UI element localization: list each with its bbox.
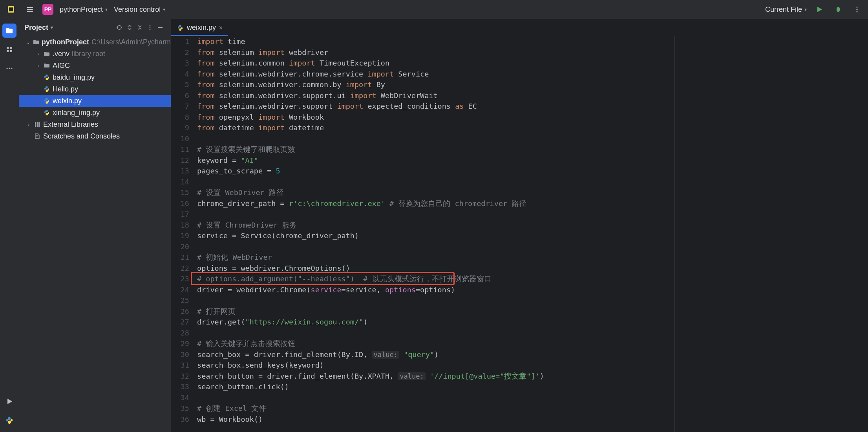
gutter-line-number[interactable]: 29 (171, 338, 189, 349)
gutter-line-number[interactable]: 31 (171, 360, 189, 371)
gutter-line-number[interactable]: 33 (171, 381, 189, 392)
gutter-line-number[interactable]: 7 (171, 101, 189, 112)
code-line[interactable]: search_box.send_keys(keyword) (196, 360, 868, 371)
debug-button[interactable] (832, 3, 844, 16)
chevron-down-icon[interactable]: ⌄ (26, 39, 31, 45)
gutter-line-number[interactable]: 26 (171, 306, 189, 317)
tree-row[interactable]: Hello.py (19, 83, 171, 95)
gutter-line-number[interactable]: 21 (171, 252, 189, 263)
editor-code[interactable]: import timefrom selenium import webdrive… (196, 36, 868, 432)
gutter-line-number[interactable]: 14 (171, 177, 189, 188)
code-line[interactable]: service = Service(chrome_driver_path) (196, 230, 868, 241)
code-line[interactable]: from selenium.common import TimeoutExcep… (196, 58, 868, 69)
code-line[interactable] (196, 328, 868, 339)
code-line[interactable]: search_box = driver.find_element(By.ID, … (196, 349, 868, 360)
expand-all-icon[interactable] (124, 22, 135, 33)
gutter-line-number[interactable]: 22 (171, 263, 189, 274)
gutter-line-number[interactable]: 30 (171, 349, 189, 360)
code-line[interactable]: from datetime import datetime (196, 122, 868, 133)
gutter-line-number[interactable]: 18 (171, 220, 189, 231)
code-line[interactable]: pages_to_scrape = 5 (196, 166, 868, 177)
structure-tool-button[interactable] (2, 42, 16, 57)
settings-icon[interactable] (145, 22, 155, 33)
gutter-line-number[interactable]: 24 (171, 284, 189, 295)
tree-row[interactable]: ›AIGC (19, 60, 171, 71)
gutter-line-number[interactable]: 35 (171, 403, 189, 414)
tree-row[interactable]: xinlang_img.py (19, 107, 171, 118)
code-line[interactable]: chrome_driver_path = r'c:\chromedriver.e… (196, 198, 868, 209)
gutter-line-number[interactable]: 9 (171, 122, 189, 133)
hide-icon[interactable] (155, 22, 165, 33)
gutter-line-number[interactable]: 12 (171, 155, 189, 166)
gutter-line-number[interactable]: 15 (171, 187, 189, 198)
gutter-line-number[interactable]: 20 (171, 241, 189, 252)
gutter-line-number[interactable]: 23 (171, 273, 189, 284)
editor-tab[interactable]: weixin.py × (171, 20, 228, 36)
code-line[interactable] (196, 295, 868, 306)
code-line[interactable]: from selenium.webdriver.common.by import… (196, 79, 868, 90)
run-tool-button[interactable] (2, 394, 16, 408)
code-line[interactable]: wb = Workbook() (196, 414, 868, 425)
gutter-line-number[interactable]: 32 (171, 371, 189, 382)
code-line[interactable]: driver = webdriver.Chrome(service=servic… (196, 284, 868, 295)
code-line[interactable]: import time (196, 36, 868, 47)
code-line[interactable] (196, 177, 868, 188)
gutter-line-number[interactable]: 5 (171, 79, 189, 90)
editor-body[interactable]: 1234567891011121314151617181920212223242… (171, 36, 868, 432)
chevron-right-icon[interactable]: › (35, 62, 41, 69)
gutter-line-number[interactable]: 19 (171, 230, 189, 241)
tree-row[interactable]: ⌄pythonProject C:\Users\Admin\PycharmPro (19, 36, 171, 48)
code-line[interactable] (196, 241, 868, 252)
gutter-line-number[interactable]: 28 (171, 328, 189, 339)
code-line[interactable]: # 设置 WebDriver 路径 (196, 187, 868, 198)
gutter-line-number[interactable]: 2 (171, 47, 189, 58)
project-tool-button[interactable] (2, 24, 16, 38)
code-line[interactable]: from selenium.webdriver.support import e… (196, 101, 868, 112)
tree-row[interactable]: Scratches and Consoles (19, 130, 171, 142)
code-line[interactable]: # 初始化 WebDriver (196, 252, 868, 263)
gutter-line-number[interactable]: 27 (171, 317, 189, 328)
run-button[interactable] (813, 3, 826, 16)
project-tree[interactable]: ⌄pythonProject C:\Users\Admin\PycharmPro… (19, 36, 171, 432)
code-line[interactable]: from selenium import webdriver (196, 47, 868, 58)
gutter-line-number[interactable]: 16 (171, 198, 189, 209)
run-config-selector[interactable]: Current File ▾ (765, 5, 807, 14)
code-line[interactable]: keyword = "AI" (196, 155, 868, 166)
gutter-line-number[interactable]: 8 (171, 112, 189, 123)
gutter-line-number[interactable]: 6 (171, 90, 189, 101)
more-actions-icon[interactable] (851, 3, 863, 16)
app-logo-icon[interactable] (5, 3, 17, 16)
code-line[interactable]: search_button = driver.find_element(By.X… (196, 371, 868, 382)
more-tool-button[interactable] (2, 61, 16, 75)
chevron-right-icon[interactable]: › (35, 51, 41, 57)
tree-row[interactable]: ›External Libraries (19, 118, 171, 130)
tree-row[interactable]: baidu_img.py (19, 71, 171, 83)
code-line[interactable]: options = webdriver.ChromeOptions() (196, 263, 868, 274)
gutter-line-number[interactable]: 13 (171, 166, 189, 177)
chevron-down-icon[interactable]: ▾ (51, 25, 53, 30)
python-console-button[interactable] (2, 413, 16, 427)
vcs-selector[interactable]: Version control ▾ (114, 5, 165, 14)
code-line[interactable]: # 设置搜索关键字和爬取页数 (196, 144, 868, 155)
collapse-all-icon[interactable] (135, 22, 145, 33)
code-line[interactable]: # 创建 Excel 文件 (196, 403, 868, 414)
chevron-right-icon[interactable]: › (26, 121, 31, 128)
code-line[interactable] (196, 392, 868, 403)
code-line[interactable]: # 打开网页 (196, 306, 868, 317)
gutter-line-number[interactable]: 10 (171, 133, 189, 144)
tree-row[interactable]: ›.venv library root (19, 48, 171, 60)
gutter-line-number[interactable]: 3 (171, 58, 189, 69)
code-line[interactable] (196, 133, 868, 144)
tree-row[interactable]: weixin.py (19, 95, 171, 107)
gutter-line-number[interactable]: 11 (171, 144, 189, 155)
gutter-line-number[interactable]: 25 (171, 295, 189, 306)
code-line[interactable] (196, 209, 868, 220)
code-line[interactable]: driver.get("https://weixin.sogou.com/") (196, 317, 868, 328)
gutter-line-number[interactable]: 34 (171, 392, 189, 403)
project-selector[interactable]: pythonProject ▾ (60, 5, 108, 14)
gutter-line-number[interactable]: 17 (171, 209, 189, 220)
main-menu-icon[interactable] (24, 3, 36, 16)
code-line[interactable]: # 输入关键字并点击搜索按钮 (196, 338, 868, 349)
code-line[interactable]: from openpyxl import Workbook (196, 112, 868, 123)
gutter-line-number[interactable]: 1 (171, 36, 189, 47)
